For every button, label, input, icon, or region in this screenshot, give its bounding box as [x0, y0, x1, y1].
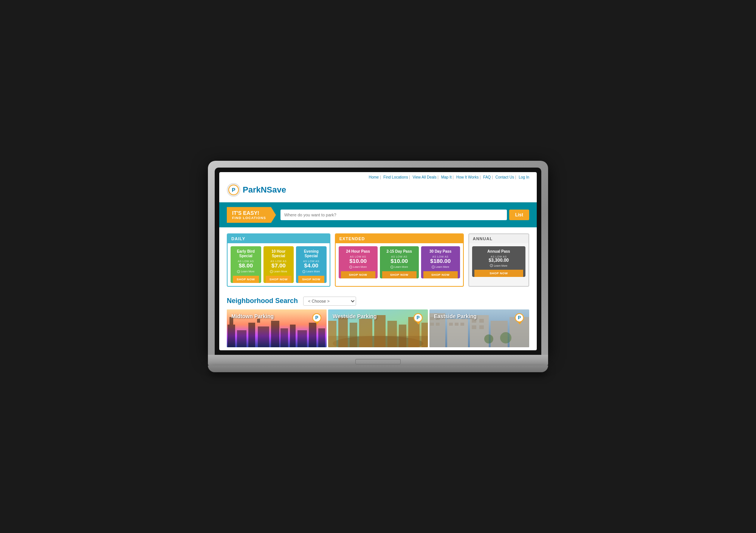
nav-view-all-deals[interactable]: View All Deals [413, 175, 437, 179]
extended-header: EXTENDED [336, 234, 463, 243]
neighborhood-title: Neighborhood Search [227, 297, 298, 305]
laptop-bottom [208, 365, 548, 372]
midtown-card[interactable]: Midtown Parking P [227, 309, 327, 347]
card-price: $10.00 [390, 258, 408, 264]
card-price: $10.00 [349, 258, 367, 264]
annual-section: ANNUAL Annual Pass AS LOW AS $3,300.00 i… [468, 233, 529, 287]
card-title: Early Bird Special [233, 249, 259, 258]
card-title: Annual Pass [487, 249, 510, 254]
screen: Home | Find Locations | View All Deals |… [219, 172, 537, 350]
daily-section: DAILY Early Bird Special AS LOW AS $8.00… [227, 233, 330, 287]
midtown-label: Midtown Parking [231, 313, 274, 319]
annual-header: ANNUAL [469, 234, 528, 243]
westside-overlay: Westside Parking P [328, 309, 428, 347]
learn-more[interactable]: i Learn More [302, 270, 320, 273]
daily-cards-row: Early Bird Special AS LOW AS $8.00 i Lea… [228, 243, 330, 286]
nav-map-it[interactable]: Map It [441, 175, 452, 179]
site-header: Home | Find Locations | View All Deals |… [219, 172, 537, 202]
card-title: 10 Hour Special [266, 249, 292, 258]
shop-now-button[interactable]: SHOP NOW [298, 276, 324, 283]
24hr-card: 24 Hour Pass AS LOW AS $10.00 i Learn Mo… [339, 246, 378, 278]
logo-icon: P [227, 183, 240, 197]
card-price: $8.00 [239, 263, 253, 269]
site-title: ParkNSave [243, 185, 286, 195]
learn-more[interactable]: i Learn More [490, 264, 507, 267]
nav-log-in[interactable]: Log In [519, 175, 529, 179]
parking-pin-westside: P [414, 313, 423, 325]
shop-now-button[interactable]: SHOP NOW [341, 271, 375, 278]
card-title: 24 Hour Pass [346, 249, 370, 254]
card-price: $180.00 [430, 258, 451, 264]
top-nav: Home | Find Locations | View All Deals |… [227, 175, 529, 179]
midtown-overlay: Midtown Parking P [227, 309, 327, 347]
parking-pin: P [312, 313, 322, 325]
cards-grid: DAILY Early Bird Special AS LOW AS $8.00… [227, 233, 529, 287]
shop-now-button[interactable]: SHOP NOW [474, 270, 523, 277]
eastside-label: Eastside Parking [434, 313, 477, 319]
early-bird-card: Early Bird Special AS LOW AS $8.00 i Lea… [231, 246, 261, 283]
eastside-overlay: Eastside Parking P [429, 309, 529, 347]
logo-area: P ParkNSave [227, 181, 529, 199]
card-price: $3,300.00 [489, 258, 509, 263]
trackpad[interactable] [355, 359, 401, 364]
nav-contact-us[interactable]: Contact Us [496, 175, 514, 179]
hour-special-card: 10 Hour Special AS LOW AS $7.00 i Learn … [263, 246, 294, 283]
learn-more[interactable]: i Learn More [432, 266, 449, 269]
its-easy-bottom: FIND LOCATIONS [232, 216, 271, 220]
extended-section: EXTENDED 24 Hour Pass AS LOW AS $10.00 i… [335, 233, 464, 287]
shop-now-button[interactable]: SHOP NOW [382, 271, 417, 278]
evening-special-card: Evening Special AS LOW AS $4.00 i Learn … [296, 246, 327, 283]
card-title: 30 Day Pass [429, 249, 451, 254]
shop-now-button[interactable]: SHOP NOW [266, 276, 292, 283]
screen-bezel: Home | Find Locations | View All Deals |… [215, 168, 541, 355]
card-title: 2-15 Day Pass [387, 249, 412, 254]
30-day-card: 30 Day Pass AS LOW AS $180.00 i Learn Mo… [421, 246, 460, 278]
laptop-container: Home | Find Locations | View All Deals |… [208, 161, 548, 372]
shop-now-button[interactable]: SHOP NOW [233, 276, 259, 283]
its-easy-badge: IT'S EASY! FIND LOCATIONS [227, 207, 276, 223]
neighborhoods-grid: Midtown Parking P [227, 309, 529, 347]
card-price: $4.00 [304, 263, 319, 269]
cards-section: DAILY Early Bird Special AS LOW AS $8.00… [219, 227, 537, 293]
nav-home[interactable]: Home [369, 175, 379, 179]
neighborhood-header: Neighborhood Search < Choose >Midtown Pa… [227, 297, 529, 306]
shop-now-button[interactable]: SHOP NOW [423, 271, 458, 278]
search-bar: List [280, 210, 529, 220]
eastside-card[interactable]: Eastside Parking P [429, 309, 529, 347]
learn-more[interactable]: i Learn More [270, 270, 287, 273]
neighborhood-select[interactable]: < Choose >Midtown ParkingWestside Parkin… [303, 297, 356, 306]
learn-more[interactable]: i Learn More [349, 266, 367, 269]
its-easy-top: IT'S EASY! [232, 210, 271, 216]
list-button[interactable]: List [509, 210, 529, 220]
neighborhood-section: Neighborhood Search < Choose >Midtown Pa… [219, 293, 537, 350]
parking-pin-eastside: P [515, 313, 525, 325]
nav-faq[interactable]: FAQ [483, 175, 491, 179]
nav-find-locations[interactable]: Find Locations [383, 175, 408, 179]
laptop-base [208, 355, 548, 365]
hero-banner: IT'S EASY! FIND LOCATIONS List [219, 202, 537, 227]
annual-cards-row: Annual Pass AS LOW AS $3,300.00 i Learn … [469, 243, 528, 280]
card-title: Evening Special [298, 249, 324, 258]
card-price: $7.00 [271, 263, 286, 269]
extended-cards-row: 24 Hour Pass AS LOW AS $10.00 i Learn Mo… [336, 243, 463, 281]
learn-more[interactable]: i Learn More [390, 266, 408, 269]
laptop-body: Home | Find Locations | View All Deals |… [208, 161, 548, 355]
annual-pass-card: Annual Pass AS LOW AS $3,300.00 i Learn … [472, 246, 525, 277]
logo-letter: P [232, 187, 235, 193]
learn-more[interactable]: i Learn More [237, 270, 254, 273]
nav-how-it-works[interactable]: How It Works [456, 175, 479, 179]
2-15-day-card: 2-15 Day Pass AS LOW AS $10.00 i Learn M… [380, 246, 419, 278]
westside-label: Westside Parking [333, 313, 376, 319]
search-input[interactable] [280, 210, 507, 220]
daily-header: DAILY [228, 234, 330, 243]
westside-card[interactable]: Westside Parking P [328, 309, 428, 347]
